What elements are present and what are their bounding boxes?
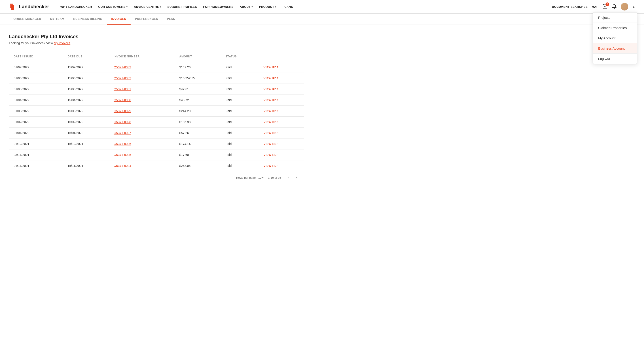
- cell-invoice-number[interactable]: O5371-0030: [109, 95, 175, 106]
- cell-view-pdf[interactable]: VIEW PDF: [259, 84, 304, 95]
- pagination-info: 1-10 of 35: [268, 176, 281, 179]
- user-menu-chevron[interactable]: ▲: [632, 5, 635, 8]
- cell-status: Paid: [221, 117, 259, 128]
- cell-date-issued: 01/02/2022: [9, 117, 63, 128]
- dropdown-business-account[interactable]: Business Account: [593, 43, 637, 54]
- avatar[interactable]: [621, 3, 628, 10]
- cell-invoice-number[interactable]: O5371-0024: [109, 160, 175, 171]
- cell-invoice-number[interactable]: O5371-0028: [109, 117, 175, 128]
- logo[interactable]: Landchecker: [9, 3, 49, 11]
- cell-date-issued: 01/07/2022: [9, 62, 63, 73]
- dropdown-projects[interactable]: Projects: [593, 12, 637, 23]
- dropdown-claimed-properties[interactable]: Claimed Properties: [593, 23, 637, 33]
- cell-date-issued: 01/01/2022: [9, 128, 63, 138]
- my-invoices-link[interactable]: My Invoices: [54, 41, 70, 45]
- cell-status: Paid: [221, 62, 259, 73]
- col-amount: AMOUNT: [175, 51, 221, 62]
- tab-order-manager[interactable]: ORDER MANAGER: [9, 14, 46, 24]
- cell-amount: $142.26: [175, 62, 221, 73]
- cell-date-due: 15/05/2022: [63, 84, 109, 95]
- subtitle: Looking for your invoices? View My Invoi…: [9, 41, 304, 45]
- nav-product[interactable]: PRODUCT ▾: [259, 5, 276, 8]
- cell-invoice-number[interactable]: O5371-0031: [109, 84, 175, 95]
- dropdown-my-account[interactable]: My Account: [593, 33, 637, 43]
- cell-invoice-number[interactable]: O5371-0025: [109, 149, 175, 160]
- nav-suburb-profiles[interactable]: SUBURB PROFILES: [168, 5, 197, 8]
- cell-amount: $17.60: [175, 149, 221, 160]
- svg-rect-1: [11, 5, 14, 10]
- rows-per-page-select[interactable]: 10 ▾: [258, 176, 264, 179]
- col-invoice-number: INVOICE NUMBER: [109, 51, 175, 62]
- cart-icon[interactable]: 2: [602, 4, 608, 10]
- next-page-button[interactable]: ›: [293, 174, 300, 181]
- pagination-controls: ‹ ›: [286, 174, 300, 181]
- table-row: 01/07/2022 15/07/2022 O5371-0033 $142.26…: [9, 62, 304, 73]
- tab-invoices[interactable]: INVOICES: [107, 14, 130, 24]
- dropdown-log-out[interactable]: Log Out: [593, 54, 637, 64]
- table-row: 01/11/2021 15/11/2021 O5371-0024 $248.05…: [9, 160, 304, 171]
- table-row: 01/05/2022 15/05/2022 O5371-0031 $42.61 …: [9, 84, 304, 95]
- rows-select-chevron: ▾: [262, 176, 264, 179]
- cell-view-pdf[interactable]: VIEW PDF: [259, 117, 304, 128]
- col-action: [259, 51, 304, 62]
- nav-about[interactable]: ABOUT ▾: [240, 5, 253, 8]
- cell-view-pdf[interactable]: VIEW PDF: [259, 106, 304, 117]
- cell-status: Paid: [221, 160, 259, 171]
- cell-date-due: 15/03/2022: [63, 106, 109, 117]
- cell-view-pdf[interactable]: VIEW PDF: [259, 149, 304, 160]
- tab-business-billing[interactable]: BUSINESS BILLING: [69, 14, 107, 24]
- prev-page-button[interactable]: ‹: [286, 174, 292, 181]
- cell-amount: $186.98: [175, 117, 221, 128]
- cell-date-issued: 01/05/2022: [9, 84, 63, 95]
- cell-invoice-number[interactable]: O5371-0032: [109, 73, 175, 84]
- cell-date-issued: 01/11/2021: [9, 160, 63, 171]
- rows-per-page-label: Rows per page:: [236, 176, 256, 179]
- cell-view-pdf[interactable]: VIEW PDF: [259, 73, 304, 84]
- cell-status: Paid: [221, 95, 259, 106]
- cell-view-pdf[interactable]: VIEW PDF: [259, 128, 304, 138]
- nav-advice-centre[interactable]: ADVICE CENTRE ▾: [134, 5, 161, 8]
- cell-invoice-number[interactable]: O5371-0027: [109, 128, 175, 138]
- cell-amount: $248.05: [175, 160, 221, 171]
- nav-right: DOCUMENT SEARCHES MAP 2: [552, 3, 635, 10]
- table-row: 01/02/2022 15/02/2022 O5371-0028 $186.98…: [9, 117, 304, 128]
- cell-invoice-number[interactable]: O5371-0033: [109, 62, 175, 73]
- col-date-due: DATE DUE: [63, 51, 109, 62]
- tab-plan[interactable]: PLAN: [162, 14, 180, 24]
- advice-centre-chevron: ▾: [160, 5, 161, 8]
- cell-date-due: 15/07/2022: [63, 62, 109, 73]
- cell-view-pdf[interactable]: VIEW PDF: [259, 95, 304, 106]
- notification-icon[interactable]: [612, 4, 617, 9]
- logo-text: Landchecker: [19, 4, 49, 9]
- table-row: 01/04/2022 15/04/2022 O5371-0030 $45.72 …: [9, 95, 304, 106]
- cell-view-pdf[interactable]: VIEW PDF: [259, 160, 304, 171]
- tab-preferences[interactable]: PREFERENCES: [130, 14, 162, 24]
- nav-document-searches[interactable]: DOCUMENT SEARCHES: [552, 5, 588, 8]
- cell-status: Paid: [221, 84, 259, 95]
- rows-per-page: Rows per page: 10 ▾: [236, 176, 264, 179]
- table-row: 01/06/2022 15/06/2022 O5371-0032 $16,352…: [9, 73, 304, 84]
- cell-status: Paid: [221, 149, 259, 160]
- invoice-table: DATE ISSUED DATE DUE INVOICE NUMBER AMOU…: [9, 51, 304, 184]
- cell-date-issued: 01/12/2021: [9, 138, 63, 149]
- nav-for-homeowners[interactable]: FOR HOMEOWNERS: [203, 5, 234, 8]
- cell-view-pdf[interactable]: VIEW PDF: [259, 138, 304, 149]
- cell-invoice-number[interactable]: O5371-0026: [109, 138, 175, 149]
- nav-why-landchecker[interactable]: WHY LANDCHECKER: [60, 5, 92, 8]
- table-row: 01/12/2021 15/12/2021 O5371-0026 $174.14…: [9, 138, 304, 149]
- nav-plans[interactable]: PLANS: [283, 5, 293, 8]
- cell-date-due: —: [63, 149, 109, 160]
- table-row: 01/01/2022 15/01/2022 O5371-0027 $57.26 …: [9, 128, 304, 138]
- cell-status: Paid: [221, 138, 259, 149]
- nav-our-customers[interactable]: OUR CUSTOMERS ▾: [98, 5, 128, 8]
- cell-date-issued: 01/03/2022: [9, 106, 63, 117]
- cell-date-issued: 01/06/2022: [9, 73, 63, 84]
- user-dropdown-menu: Projects Claimed Properties My Account B…: [592, 12, 637, 64]
- cell-date-due: 15/06/2022: [63, 73, 109, 84]
- nav-map[interactable]: MAP: [592, 5, 598, 8]
- cell-view-pdf[interactable]: VIEW PDF: [259, 62, 304, 73]
- cell-date-due: 15/12/2021: [63, 138, 109, 149]
- cell-invoice-number[interactable]: O5371-0029: [109, 106, 175, 117]
- tab-my-team[interactable]: MY TEAM: [46, 14, 69, 24]
- main-content: Landchecker Pty Ltd Invoices Looking for…: [0, 25, 313, 193]
